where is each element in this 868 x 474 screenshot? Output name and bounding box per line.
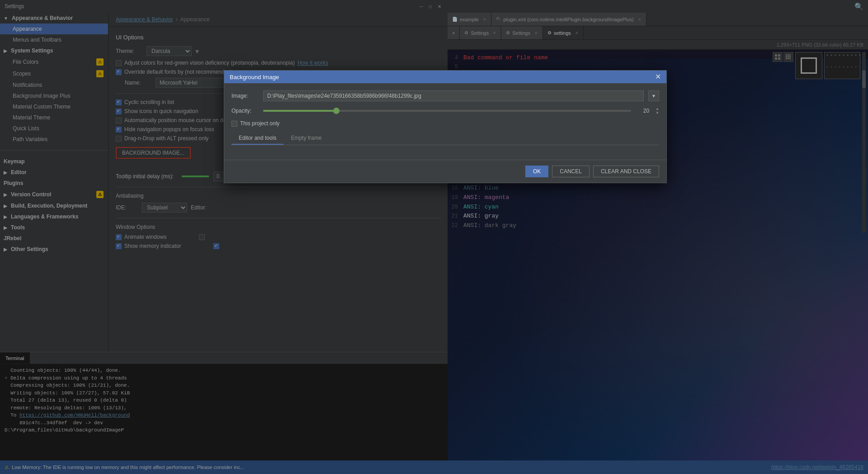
dialog-tab-editor-tools[interactable]: Editor and tools: [231, 132, 283, 145]
dialog-tabs: Editor and tools Empty frame: [231, 132, 659, 145]
opacity-slider[interactable]: [263, 110, 631, 112]
dialog-body: Image: ▾ Opacity: 20 ▲ ▼ This project on…: [224, 83, 666, 160]
opacity-label: Opacity:: [231, 108, 259, 114]
image-path-row: Image: ▾: [231, 90, 659, 101]
project-only-row: This project only: [231, 120, 659, 127]
image-label: Image:: [231, 93, 259, 99]
dialog-title: Background Image: [230, 74, 279, 81]
dialog-close-button[interactable]: ✕: [655, 73, 661, 81]
opacity-down-button[interactable]: ▼: [656, 111, 659, 115]
dialog-title-bar: Background Image ✕: [224, 71, 666, 83]
project-only-label: This project only: [240, 120, 279, 127]
cancel-button[interactable]: CANCEL: [552, 166, 590, 177]
opacity-row: Opacity: 20 ▲ ▼: [231, 107, 659, 115]
image-browse-button[interactable]: ▾: [648, 90, 659, 101]
background-image-dialog: Background Image ✕ Image: ▾ Opacity: 20 …: [224, 70, 667, 183]
project-only-checkbox[interactable]: [231, 121, 237, 127]
dialog-tab-empty-frame[interactable]: Empty frame: [283, 132, 329, 145]
opacity-slider-container: [263, 110, 631, 112]
ok-button[interactable]: OK: [525, 166, 548, 177]
opacity-spinner: ▲ ▼: [656, 107, 659, 115]
clear-close-button[interactable]: CLEAR AND CLOSE: [593, 166, 659, 177]
slider-fill: [263, 110, 337, 112]
dialog-footer: OK CANCEL CLEAR AND CLOSE: [224, 160, 666, 183]
slider-thumb[interactable]: [333, 108, 340, 114]
opacity-up-button[interactable]: ▲: [656, 107, 659, 111]
image-path-input[interactable]: [263, 90, 644, 101]
opacity-value: 20: [636, 108, 649, 114]
